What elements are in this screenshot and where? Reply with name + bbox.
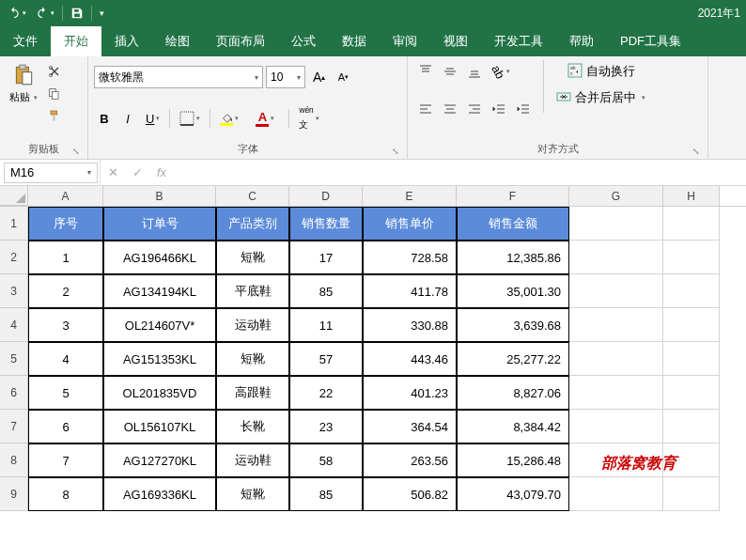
font-launcher[interactable]: ⤡	[392, 147, 399, 156]
cell[interactable]: OL201835VD	[103, 376, 216, 410]
tab-draw[interactable]: 绘图	[152, 26, 203, 56]
decrease-font-button[interactable]: A▾	[333, 66, 353, 88]
align-center-button[interactable]	[438, 98, 462, 120]
cell[interactable]: 15,286.48	[457, 443, 569, 477]
cell[interactable]	[663, 376, 720, 410]
cell[interactable]: 411.78	[363, 274, 457, 308]
cell[interactable]	[663, 207, 720, 241]
cell[interactable]: 2	[28, 274, 103, 308]
col-header[interactable]: E	[363, 186, 457, 206]
tab-home[interactable]: 开始	[51, 26, 101, 56]
cell[interactable]: 运动鞋	[216, 308, 289, 342]
cell[interactable]: 高跟鞋	[216, 376, 289, 410]
underline-button[interactable]: U▾	[141, 107, 164, 130]
cell[interactable]: AG169336KL	[103, 477, 216, 511]
cell[interactable]: 7	[28, 443, 103, 477]
cell[interactable]	[663, 308, 720, 342]
cell[interactable]	[569, 207, 663, 241]
align-bottom-button[interactable]	[462, 60, 487, 83]
cut-button[interactable]	[45, 62, 64, 81]
cell[interactable]: 长靴	[216, 410, 289, 443]
cell[interactable]	[569, 410, 663, 443]
format-painter-button[interactable]	[45, 107, 64, 126]
fx-cancel[interactable]: ✕	[101, 165, 125, 179]
cell[interactable]: 4	[28, 342, 103, 376]
row-header[interactable]: 3	[0, 274, 28, 308]
merge-center-button[interactable]: 合并后居中▾	[552, 86, 650, 109]
cell[interactable]	[663, 274, 720, 308]
cell[interactable]	[569, 274, 663, 308]
tab-pdf[interactable]: PDF工具集	[607, 26, 694, 56]
col-header[interactable]: B	[103, 186, 216, 206]
row-header[interactable]: 5	[0, 342, 28, 376]
font-name-combo[interactable]: 微软雅黑▾	[94, 66, 263, 88]
italic-button[interactable]: I	[117, 107, 138, 130]
cell[interactable]: 销售金额	[457, 207, 569, 241]
cell[interactable]: 销售单价	[363, 207, 457, 241]
bold-button[interactable]: B	[94, 107, 115, 130]
formula-input[interactable]	[174, 160, 746, 185]
font-size-combo[interactable]: 10▾	[266, 66, 305, 88]
fx-confirm[interactable]: ✓	[125, 165, 149, 179]
copy-button[interactable]	[45, 85, 64, 103]
cell[interactable]: 443.46	[363, 342, 457, 376]
fx-button[interactable]: fx	[149, 165, 174, 179]
row-header[interactable]: 6	[0, 376, 28, 410]
cell[interactable]	[663, 241, 720, 274]
row-header[interactable]: 4	[0, 308, 28, 342]
align-middle-button[interactable]	[438, 60, 462, 83]
cell[interactable]: 17	[289, 241, 363, 274]
cell[interactable]: 728.58	[363, 241, 457, 274]
phonetic-button[interactable]: wén文▾	[294, 107, 323, 130]
tab-insert[interactable]: 插入	[101, 26, 152, 56]
cell[interactable]: 短靴	[216, 477, 289, 511]
cell[interactable]: 364.54	[363, 410, 457, 443]
border-button[interactable]: ▾	[175, 107, 205, 130]
tab-data[interactable]: 数据	[329, 26, 380, 56]
cell[interactable]	[569, 308, 663, 342]
orientation-button[interactable]: ab▾	[487, 60, 515, 83]
cell[interactable]: 产品类别	[216, 207, 289, 241]
cell[interactable]: 订单号	[103, 207, 216, 241]
cell[interactable]: 25,277.22	[457, 342, 569, 376]
cell[interactable]: 3	[28, 308, 103, 342]
name-box[interactable]: M16▾	[4, 163, 98, 183]
cell[interactable]: AG151353KL	[103, 342, 216, 376]
alignment-launcher[interactable]: ⤡	[692, 147, 700, 156]
row-header[interactable]: 7	[0, 410, 28, 443]
cell[interactable]: 43,079.70	[457, 477, 569, 511]
cell[interactable]: 序号	[28, 207, 103, 241]
tab-review[interactable]: 审阅	[380, 26, 430, 56]
cell[interactable]: 35,001.30	[457, 274, 569, 308]
cell[interactable]: AG196466KL	[103, 241, 216, 274]
tab-formulas[interactable]: 公式	[278, 26, 329, 56]
cell[interactable]: 22	[289, 376, 363, 410]
cell[interactable]: 短靴	[216, 342, 289, 376]
cell[interactable]: 12,385.86	[457, 241, 569, 274]
row-header[interactable]: 8	[0, 443, 28, 477]
cell[interactable]: 3,639.68	[457, 308, 569, 342]
cell[interactable]	[663, 477, 720, 511]
cell[interactable]	[569, 376, 663, 410]
cell[interactable]: AG127270KL	[103, 443, 216, 477]
cell[interactable]: 6	[28, 410, 103, 443]
undo-button[interactable]: ▾	[6, 5, 28, 22]
tab-help[interactable]: 帮助	[556, 26, 607, 56]
col-header[interactable]: H	[663, 186, 720, 206]
row-header[interactable]: 1	[0, 207, 28, 241]
cell[interactable]: OL214607V*	[103, 308, 216, 342]
decrease-indent-button[interactable]	[487, 98, 511, 120]
tab-developer[interactable]: 开发工具	[481, 26, 556, 56]
cell[interactable]: 5	[28, 376, 103, 410]
col-header[interactable]: A	[28, 186, 103, 206]
cell[interactable]	[569, 342, 663, 376]
cell[interactable]: 401.23	[363, 376, 457, 410]
cell[interactable]: 8	[28, 477, 103, 511]
cell[interactable]: 85	[289, 274, 363, 308]
cell[interactable]: 平底鞋	[216, 274, 289, 308]
cell[interactable]: 263.56	[363, 443, 457, 477]
cell[interactable]	[663, 342, 720, 376]
col-header[interactable]: G	[569, 186, 663, 206]
tab-file[interactable]: 文件	[0, 26, 51, 56]
cell[interactable]	[569, 241, 663, 274]
